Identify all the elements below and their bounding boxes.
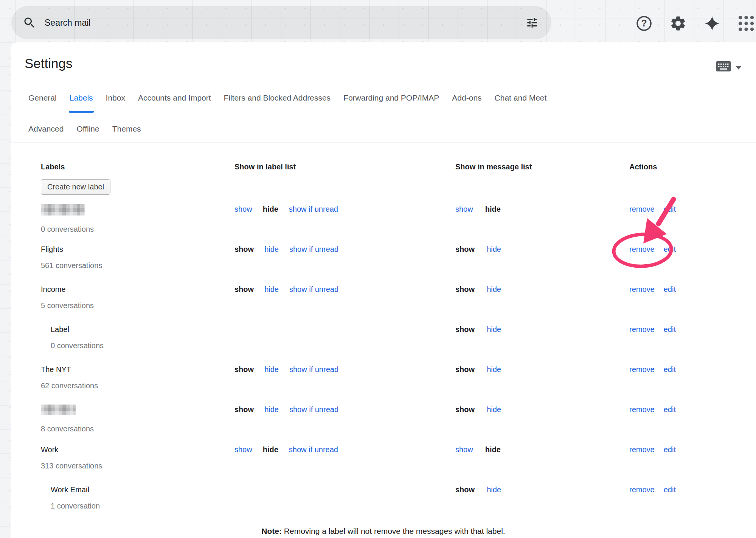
table-header-row: Labels Show in label list Show in messag… [41, 162, 741, 179]
actions-cell: removeedit [629, 405, 741, 414]
hide-option[interactable]: hide [487, 244, 501, 254]
chevron-down-icon[interactable] [736, 66, 742, 70]
tab-advanced[interactable]: Advanced [28, 123, 64, 135]
tab-forwarding-and-pop-imap[interactable]: Forwarding and POP/IMAP [343, 92, 439, 104]
conversation-count: 1 conversation [41, 501, 234, 511]
create-label-row: Create new label [41, 179, 741, 204]
keyboard-icon[interactable] [716, 61, 731, 73]
conversation-count: 313 conversations [41, 461, 234, 471]
tab-chat-and-meet[interactable]: Chat and Meet [495, 92, 547, 104]
hide-option: hide [485, 204, 501, 214]
show-in-message-list-options: showhide [455, 204, 629, 214]
hide-option[interactable]: hide [487, 405, 501, 414]
show-in-message-list-options: showhide [455, 445, 629, 454]
label-name: The NYT [41, 365, 71, 374]
remove-link[interactable]: remove [629, 485, 655, 495]
table-row: Work Email 1 conversation showhide remov… [41, 485, 741, 525]
show-in-label-list-options: showhideshow if unread [234, 364, 455, 374]
actions-cell: removeedit [629, 324, 741, 334]
show-if-unread-option[interactable]: show if unread [289, 204, 338, 214]
search-input[interactable] [44, 17, 526, 28]
label-name: Label [51, 325, 69, 333]
show-option[interactable]: show [234, 204, 252, 214]
edit-link[interactable]: edit [664, 445, 676, 454]
show-in-label-list-options: showhideshow if unread [234, 244, 455, 254]
conversation-count: 62 conversations [41, 381, 234, 391]
hide-option: hide [263, 445, 278, 454]
show-option: show [234, 364, 254, 374]
hide-option[interactable]: hide [264, 405, 279, 414]
show-in-label-list-options: showhideshow if unread [234, 284, 455, 294]
tab-labels[interactable]: Labels [70, 92, 93, 104]
gmail-settings-screen: ? Settings [0, 0, 756, 538]
edit-link[interactable]: edit [664, 485, 676, 495]
settings-tabs-row1: GeneralLabelsInboxAccounts and ImportFil… [28, 92, 559, 104]
tab-inbox[interactable]: Inbox [106, 92, 125, 104]
page-title: Settings [25, 54, 72, 73]
table-row: 8 conversations showhideshow if unread s… [41, 405, 741, 445]
conversation-count: 561 conversations [41, 260, 234, 270]
label-cell: Label 0 conversations [41, 324, 234, 350]
remove-link[interactable]: remove [629, 204, 655, 214]
create-new-label-button[interactable]: Create new label [41, 179, 110, 195]
edit-link[interactable]: edit [664, 405, 676, 414]
search-icon[interactable] [23, 16, 36, 29]
tab-add-ons[interactable]: Add-ons [452, 92, 481, 104]
hide-option[interactable]: hide [487, 364, 501, 374]
tab-themes[interactable]: Themes [112, 123, 141, 135]
gemini-sparkle-icon[interactable] [703, 14, 721, 33]
apps-grid-icon[interactable] [737, 14, 755, 33]
show-if-unread-option[interactable]: show if unread [289, 244, 338, 254]
note-text: Removing a label will not remove the mes… [282, 527, 505, 535]
label-name: Income [41, 285, 66, 293]
hide-option[interactable]: hide [264, 284, 279, 294]
remove-link[interactable]: remove [629, 244, 655, 254]
gear-icon[interactable] [669, 14, 687, 33]
remove-link[interactable]: remove [629, 445, 655, 454]
edit-link[interactable]: edit [664, 324, 676, 334]
remove-link[interactable]: remove [629, 284, 655, 294]
hide-option[interactable]: hide [487, 284, 501, 294]
help-icon[interactable]: ? [635, 14, 653, 33]
show-option[interactable]: show [455, 204, 473, 214]
actions-cell: removeedit [629, 244, 741, 254]
show-if-unread-option[interactable]: show if unread [289, 284, 338, 294]
show-in-label-list-options: showhideshow if unread [234, 204, 455, 214]
edit-link[interactable]: edit [664, 284, 676, 294]
show-option[interactable]: show [455, 445, 473, 454]
show-if-unread-option[interactable]: show if unread [289, 364, 338, 374]
conversation-count: 8 conversations [41, 424, 234, 434]
label-cell: Income 5 conversations [41, 284, 234, 310]
tab-accounts-and-import[interactable]: Accounts and Import [138, 92, 211, 104]
show-option: show [455, 405, 475, 414]
label-cell: Flights 561 conversations [41, 244, 234, 270]
hide-option[interactable]: hide [264, 364, 279, 374]
show-if-unread-option[interactable]: show if unread [289, 445, 338, 454]
hide-option[interactable]: hide [487, 485, 501, 495]
footer-note: Note: Removing a label will not remove t… [11, 527, 756, 536]
tab-general[interactable]: General [28, 92, 57, 104]
search-bar[interactable] [11, 6, 551, 39]
remove-link[interactable]: remove [629, 405, 655, 414]
remove-link[interactable]: remove [629, 364, 655, 374]
hide-option[interactable]: hide [264, 244, 279, 254]
hide-option[interactable]: hide [487, 324, 501, 334]
tab-filters-and-blocked-addresses[interactable]: Filters and Blocked Addresses [224, 92, 331, 104]
label-cell: Work 313 conversations [41, 445, 234, 471]
table-row: Label 0 conversations showhide removeedi… [41, 324, 741, 364]
actions-cell: removeedit [629, 445, 741, 454]
show-in-label-list-options: showhideshow if unread [234, 405, 455, 414]
remove-link[interactable]: remove [629, 324, 655, 334]
edit-link[interactable]: edit [664, 204, 676, 214]
tab-offline[interactable]: Offline [76, 123, 99, 135]
actions-cell: removeedit [629, 204, 741, 214]
conversation-count: 0 conversations [41, 341, 234, 350]
table-row: 0 conversations showhideshow if unread s… [41, 204, 741, 244]
edit-link[interactable]: edit [664, 244, 676, 254]
show-in-message-list-options: showhide [455, 284, 629, 294]
redacted-label [41, 204, 85, 216]
show-option[interactable]: show [234, 445, 252, 454]
show-if-unread-option[interactable]: show if unread [289, 405, 338, 414]
search-options-tune-icon[interactable] [526, 16, 539, 29]
edit-link[interactable]: edit [664, 364, 676, 374]
